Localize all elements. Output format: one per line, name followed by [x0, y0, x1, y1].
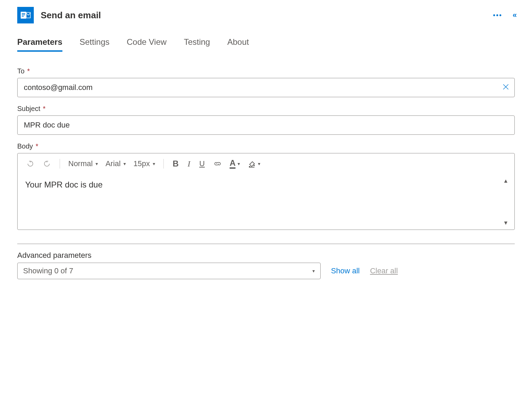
advanced-parameters-label: Advanced parameters	[17, 251, 515, 260]
advanced-parameters-section: Advanced parameters Showing 0 of 7 ▾ Sho…	[17, 251, 515, 279]
highlight-color-dropdown[interactable]: ▾	[245, 158, 262, 169]
to-input-wrapper	[17, 78, 515, 97]
paint-bucket-icon	[248, 160, 256, 168]
svg-rect-5	[249, 167, 254, 168]
link-icon	[214, 160, 221, 168]
tab-about[interactable]: About	[227, 37, 249, 52]
scroll-down-icon[interactable]: ▼	[503, 220, 509, 226]
header-right: ••• «	[493, 11, 515, 20]
more-options-icon[interactable]: •••	[493, 11, 502, 19]
to-label: To *	[17, 67, 515, 75]
tab-testing[interactable]: Testing	[184, 37, 210, 52]
toolbar-separator	[60, 159, 60, 169]
clear-to-button[interactable]	[502, 82, 510, 93]
font-color-icon: A	[230, 159, 235, 169]
body-rich-editor: Normal ▾ Arial ▾ 15px ▾ B I U A ▾	[17, 153, 515, 230]
chevron-down-icon: ▾	[96, 161, 98, 166]
editor-toolbar: Normal ▾ Arial ▾ 15px ▾ B I U A ▾	[18, 153, 514, 174]
to-label-text: To	[17, 67, 24, 75]
redo-button[interactable]	[40, 159, 53, 169]
subject-label: Subject *	[17, 105, 515, 113]
redo-icon	[43, 160, 51, 168]
undo-icon	[27, 160, 34, 168]
chevron-down-icon: ▾	[153, 161, 155, 166]
close-icon	[502, 83, 510, 91]
body-textarea[interactable]: Your MPR doc is due ▲ ▼	[18, 174, 514, 230]
required-mark: *	[36, 142, 38, 150]
svg-rect-2	[22, 14, 25, 15]
panel-header: Send an email ••• «	[17, 7, 515, 23]
undo-button[interactable]	[24, 159, 37, 169]
chevron-down-icon: ▾	[258, 161, 260, 166]
paragraph-style-dropdown[interactable]: Normal ▾	[66, 158, 100, 170]
subject-input-wrapper	[17, 115, 515, 135]
italic-button[interactable]: I	[185, 158, 193, 170]
to-input[interactable]	[17, 78, 515, 97]
paragraph-style-value: Normal	[68, 159, 93, 168]
chevron-down-icon: ▾	[238, 161, 240, 166]
tab-code-view[interactable]: Code View	[127, 37, 167, 52]
tab-parameters[interactable]: Parameters	[17, 37, 62, 52]
svg-point-4	[253, 165, 255, 166]
body-label: Body *	[17, 142, 515, 150]
advanced-parameters-showing: Showing 0 of 7	[23, 266, 73, 275]
subject-input[interactable]	[17, 115, 515, 135]
header-left: Send an email	[17, 7, 101, 23]
body-content: Your MPR doc is due	[25, 180, 103, 189]
required-mark: *	[43, 105, 46, 112]
outlook-icon	[17, 7, 34, 23]
section-divider	[17, 244, 515, 244]
font-color-dropdown[interactable]: A ▾	[228, 158, 242, 170]
show-all-button[interactable]: Show all	[331, 266, 360, 275]
font-family-dropdown[interactable]: Arial ▾	[103, 158, 128, 170]
subject-label-text: Subject	[17, 105, 40, 112]
font-size-value: 15px	[133, 159, 150, 168]
advanced-parameters-row: Showing 0 of 7 ▾ Show all Clear all	[17, 263, 515, 279]
chevron-down-icon: ▾	[312, 268, 315, 274]
link-button[interactable]	[211, 159, 224, 169]
underline-button[interactable]: U	[197, 158, 208, 170]
svg-rect-3	[22, 16, 24, 17]
body-label-text: Body	[17, 142, 33, 150]
clear-all-button[interactable]: Clear all	[370, 266, 398, 275]
required-mark: *	[27, 67, 30, 75]
field-to: To *	[17, 67, 515, 97]
font-family-value: Arial	[106, 159, 121, 168]
advanced-parameters-dropdown[interactable]: Showing 0 of 7 ▾	[17, 263, 321, 279]
scroll-up-icon[interactable]: ▲	[503, 178, 509, 184]
field-body: Body * Normal ▾ Arial ▾ 15px ▾	[17, 142, 515, 230]
scroll-controls: ▲ ▼	[501, 178, 511, 226]
field-subject: Subject *	[17, 105, 515, 135]
chevron-down-icon: ▾	[123, 161, 126, 166]
tab-bar: Parameters Settings Code View Testing Ab…	[17, 37, 515, 52]
collapse-panel-icon[interactable]: «	[513, 11, 515, 20]
bold-button[interactable]: B	[170, 158, 181, 170]
outlook-icon-svg	[20, 10, 31, 21]
panel-title: Send an email	[41, 10, 101, 21]
svg-rect-1	[22, 13, 25, 14]
toolbar-separator	[163, 159, 164, 169]
tab-settings[interactable]: Settings	[80, 37, 110, 52]
font-size-dropdown[interactable]: 15px ▾	[131, 158, 157, 170]
